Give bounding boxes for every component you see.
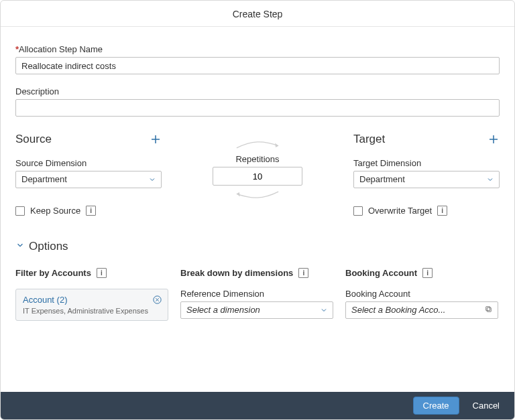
reference-dimension-placeholder: Select a dimension	[180, 301, 333, 319]
filter-accounts-title-row: Filter by Accounts i	[15, 268, 168, 278]
flow-arrow-right-icon	[230, 138, 285, 151]
allocation-name-label: *Allocation Step Name	[15, 44, 500, 54]
create-button[interactable]: Create	[413, 397, 459, 415]
keep-source-row: Keep Source i	[15, 206, 162, 216]
overwrite-target-row: Overwrite Target i	[353, 206, 500, 216]
info-icon[interactable]: i	[298, 268, 308, 278]
repetitions-input[interactable]	[213, 167, 302, 186]
info-icon[interactable]: i	[86, 206, 96, 216]
target-add-button[interactable]	[488, 133, 500, 145]
plus-icon	[488, 133, 500, 145]
booking-account-column: Booking Account i Booking Account Select…	[345, 268, 498, 321]
target-dimension-select[interactable]: Department	[353, 171, 500, 188]
cancel-button[interactable]: Cancel	[469, 400, 504, 411]
booking-account-title: Booking Account	[345, 268, 417, 278]
source-dimension-select[interactable]: Department	[15, 171, 162, 188]
reference-dimension-select[interactable]: Select a dimension	[180, 301, 333, 319]
allocation-name-field-group: *Allocation Step Name	[15, 44, 500, 74]
keep-source-label: Keep Source	[30, 206, 80, 216]
repetitions-label: Repetitions	[235, 154, 279, 164]
dialog-body: *Allocation Step Name Description Source	[1, 27, 514, 392]
breakdown-title-row: Break down by dimensions i	[180, 268, 333, 278]
account-filter-chip[interactable]: Account (2) IT Expenses, Administrative …	[15, 289, 168, 321]
breakdown-title: Break down by dimensions	[180, 268, 293, 278]
dialog-footer: Create Cancel	[1, 392, 514, 419]
target-title: Target	[353, 133, 385, 146]
info-icon[interactable]: i	[437, 206, 447, 216]
filter-accounts-column: Filter by Accounts i Account (2) IT Expe…	[15, 268, 168, 321]
close-circle-icon	[152, 295, 162, 307]
target-dimension-value: Department	[353, 171, 500, 188]
description-input[interactable]	[15, 99, 500, 117]
source-target-row: Source Source Dimension Department	[15, 133, 500, 216]
source-column: Source Source Dimension Department	[15, 133, 162, 216]
booking-account-select[interactable]: Select a Booking Acco...	[345, 301, 498, 319]
info-icon[interactable]: i	[97, 268, 107, 278]
info-icon[interactable]: i	[422, 268, 433, 278]
chevron-down-icon	[15, 240, 25, 253]
source-add-button[interactable]	[150, 133, 162, 145]
options-title: Options	[29, 240, 68, 253]
overwrite-target-label: Overwrite Target	[368, 206, 432, 216]
overwrite-target-checkbox[interactable]	[353, 206, 363, 216]
flow-arrow-left-icon	[230, 188, 285, 202]
account-chip-subtitle: IT Expenses, Administrative Expenses	[23, 307, 149, 315]
booking-account-placeholder: Select a Booking Acco...	[345, 301, 498, 319]
breakdown-column: Break down by dimensions i Reference Dim…	[180, 268, 333, 321]
booking-account-title-row: Booking Account i	[345, 268, 498, 278]
booking-account-field-label: Booking Account	[345, 289, 498, 299]
source-title: Source	[15, 133, 52, 146]
repetitions-column: Repetitions	[162, 133, 353, 216]
create-step-dialog: Create Step *Allocation Step Name Descri…	[0, 0, 515, 420]
target-dimension-label: Target Dimension	[353, 158, 500, 168]
options-toggle[interactable]: Options	[15, 240, 500, 253]
options-columns: Filter by Accounts i Account (2) IT Expe…	[15, 268, 500, 321]
plus-icon	[150, 133, 162, 145]
description-label: Description	[15, 86, 500, 96]
filter-accounts-title: Filter by Accounts	[15, 268, 91, 278]
options-section: Options Filter by Accounts i Account (2)…	[15, 240, 500, 321]
account-chip-remove-button[interactable]	[152, 295, 162, 307]
reference-dimension-label: Reference Dimension	[180, 289, 333, 299]
target-title-row: Target	[353, 133, 500, 146]
source-dimension-label: Source Dimension	[15, 158, 162, 168]
description-field-group: Description	[15, 86, 500, 117]
source-title-row: Source	[15, 133, 162, 146]
source-dimension-value: Department	[15, 171, 162, 188]
target-column: Target Target Dimension Department	[353, 133, 500, 216]
account-chip-title: Account (2)	[23, 295, 149, 305]
dialog-title: Create Step	[1, 1, 514, 27]
keep-source-checkbox[interactable]	[15, 206, 25, 216]
allocation-name-label-text: Allocation Step Name	[19, 44, 103, 54]
allocation-name-input[interactable]	[15, 57, 500, 74]
